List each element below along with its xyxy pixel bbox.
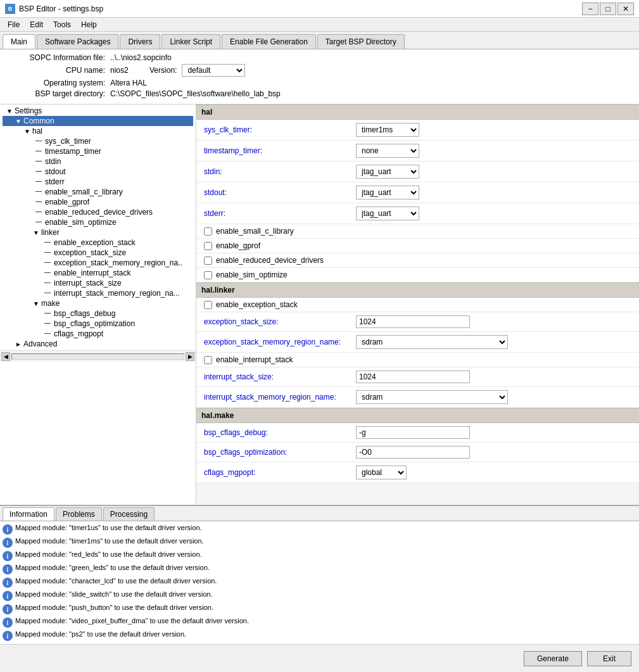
tree-label-make: make bbox=[41, 299, 60, 308]
tree-item-cflags-mgpopt[interactable]: — cflags_mgpopt bbox=[3, 329, 193, 339]
exit-button[interactable]: Exit bbox=[587, 651, 631, 666]
tab-drivers[interactable]: Drivers bbox=[120, 34, 160, 49]
tree-label-sys-clk: sys_clk_timer bbox=[45, 137, 91, 146]
close-button[interactable]: ✕ bbox=[617, 3, 634, 15]
exc-stack-size-input[interactable] bbox=[356, 315, 470, 328]
menu-file[interactable]: File bbox=[3, 19, 25, 30]
tree-item-hal[interactable]: ▼ hal bbox=[3, 126, 193, 136]
tree-item-enable-gprof[interactable]: — enable_gprof bbox=[3, 197, 193, 207]
bottom-tab-processing[interactable]: Processing bbox=[103, 507, 155, 521]
minimize-button[interactable]: − bbox=[582, 3, 598, 15]
menu-edit[interactable]: Edit bbox=[25, 19, 48, 30]
tree-item-timestamp[interactable]: — timestamp_timer bbox=[3, 146, 193, 156]
tree-item-enable-int-stack[interactable]: — enable_interrupt_stack bbox=[3, 268, 193, 278]
tree-item-enable-sim[interactable]: — enable_sim_optimize bbox=[3, 217, 193, 227]
tab-target-bsp-directory[interactable]: Target BSP Directory bbox=[317, 34, 405, 49]
tree-item-bsp-cflags-opt[interactable]: — bsp_cflags_optimization bbox=[3, 319, 193, 329]
tree-item-int-stack-mem[interactable]: — interrupt_stack_memory_region_na... bbox=[3, 288, 193, 298]
title-bar: B BSP Editor - settings.bsp − □ ✕ bbox=[0, 0, 639, 18]
tree-item-settings[interactable]: ▼ Settings bbox=[3, 106, 193, 116]
tree-item-make[interactable]: ▼ make bbox=[3, 298, 193, 308]
bottom-tab-problems[interactable]: Problems bbox=[56, 507, 102, 521]
tree-item-linker[interactable]: ▼ linker bbox=[3, 227, 193, 238]
enable-exception-stack-checkbox[interactable] bbox=[204, 301, 212, 309]
stderr-select[interactable]: jtag_uart bbox=[356, 206, 419, 220]
sys-clk-timer-label: sys_clk_timer: bbox=[204, 125, 356, 134]
log-item: iMapped module: "slide_switch" to use th… bbox=[3, 589, 636, 602]
tree-expand-common[interactable]: ▼ bbox=[14, 117, 23, 125]
tree-scrollbar[interactable]: ◀ ▶ bbox=[0, 350, 196, 362]
enable-gprof-checkbox[interactable] bbox=[204, 242, 212, 250]
int-stack-mem-select[interactable]: sdram bbox=[356, 390, 508, 404]
bsp-cflags-opt-input[interactable] bbox=[356, 446, 470, 459]
tab-main[interactable]: Main bbox=[3, 34, 35, 49]
log-text: Mapped module: "push_button" to use the … bbox=[15, 604, 213, 611]
exc-stack-mem-select[interactable]: sdram bbox=[356, 335, 508, 349]
tree-item-advanced[interactable]: ► Advanced bbox=[3, 339, 193, 349]
tree-expand-linker[interactable]: ▼ bbox=[32, 228, 41, 237]
bsp-cflags-debug-input[interactable] bbox=[356, 426, 470, 439]
tree-item-stdin[interactable]: — stdin bbox=[3, 156, 193, 167]
os-label: Operating system: bbox=[10, 79, 105, 87]
cb-row-enable-small-c: enable_small_c_library bbox=[196, 224, 639, 239]
enable-interrupt-stack-checkbox[interactable] bbox=[204, 356, 212, 364]
generate-button[interactable]: Generate bbox=[524, 651, 582, 666]
tab-enable-file-generation[interactable]: Enable File Generation bbox=[222, 34, 316, 49]
scroll-track[interactable] bbox=[11, 353, 184, 360]
menu-tools[interactable]: Tools bbox=[48, 19, 76, 30]
cpu-value: nios2 bbox=[110, 66, 129, 75]
version-select[interactable]: default bbox=[182, 64, 245, 77]
enable-reduced-label[interactable]: enable_reduced_device_drivers bbox=[216, 256, 324, 265]
tree-label-enable-sim: enable_sim_optimize bbox=[45, 218, 117, 227]
enable-gprof-label[interactable]: enable_gprof bbox=[216, 241, 260, 250]
stdin-select[interactable]: jtag_uart bbox=[356, 165, 419, 179]
tree-expand-advanced[interactable]: ► bbox=[14, 339, 23, 348]
log-text: Mapped module: "slide_switch" to use the… bbox=[15, 590, 213, 598]
stdin-label: stdin: bbox=[204, 167, 356, 176]
prop-bsp-cflags-opt: bsp_cflags_optimization: bbox=[196, 443, 639, 462]
enable-small-c-checkbox[interactable] bbox=[204, 227, 212, 236]
enable-reduced-checkbox[interactable] bbox=[204, 257, 212, 265]
tree-item-int-stack-size[interactable]: — interrupt_stack_size bbox=[3, 278, 193, 288]
tree-expand-settings[interactable]: ▼ bbox=[5, 106, 14, 115]
tree-item-exc-stack-size[interactable]: — exception_stack_size bbox=[3, 248, 193, 258]
enable-small-c-label[interactable]: enable_small_c_library bbox=[216, 227, 294, 236]
log-icon: i bbox=[3, 604, 13, 614]
enable-interrupt-stack-label[interactable]: enable_interrupt_stack bbox=[216, 355, 293, 364]
tree-item-stderr[interactable]: — stderr bbox=[3, 177, 193, 187]
menu-help[interactable]: Help bbox=[76, 19, 102, 30]
tree-label-linker: linker bbox=[41, 228, 60, 237]
maximize-button[interactable]: □ bbox=[600, 3, 616, 15]
tree-item-exc-stack-mem[interactable]: — exception_stack_memory_region_na.. bbox=[3, 258, 193, 268]
prop-stdin: stdin: jtag_uart bbox=[196, 162, 639, 182]
enable-sim-label[interactable]: enable_sim_optimize bbox=[216, 270, 288, 279]
tree-expand-hal[interactable]: ▼ bbox=[23, 127, 32, 136]
tree-expand-make[interactable]: ▼ bbox=[32, 299, 41, 308]
tree-item-enable-exc-stack[interactable]: — enable_exception_stack bbox=[3, 238, 193, 248]
int-stack-size-input[interactable] bbox=[356, 371, 470, 383]
scroll-left-btn[interactable]: ◀ bbox=[1, 352, 10, 361]
scroll-right-btn[interactable]: ▶ bbox=[186, 352, 194, 361]
tree-item-bsp-cflags-debug[interactable]: — bsp_cflags_debug bbox=[3, 308, 193, 319]
int-stack-size-label: interrupt_stack_size: bbox=[204, 372, 356, 381]
bottom-tab-information[interactable]: Information bbox=[3, 507, 54, 521]
tree-item-stdout[interactable]: — stdout bbox=[3, 167, 193, 177]
tab-linker-script[interactable]: Linker Script bbox=[161, 34, 220, 49]
sys-clk-timer-select[interactable]: timer1ms bbox=[356, 123, 419, 137]
tree-item-enable-small-c[interactable]: — enable_small_c_library bbox=[3, 187, 193, 197]
timestamp-timer-select[interactable]: none bbox=[356, 144, 419, 158]
prop-int-stack-mem: interrupt_stack_memory_region_name: sdra… bbox=[196, 387, 639, 408]
log-item: iMapped module: "ps2" to use the default… bbox=[3, 629, 636, 642]
tree-item-enable-reduced[interactable]: — enable_reduced_device_drivers bbox=[3, 207, 193, 217]
cb-row-enable-reduced: enable_reduced_device_drivers bbox=[196, 253, 639, 268]
tree-item-sys-clk-timer[interactable]: — sys_clk_timer bbox=[3, 136, 193, 146]
cflags-mgpopt-select[interactable]: global bbox=[356, 466, 407, 479]
stdout-select[interactable]: jtag_uart bbox=[356, 186, 419, 200]
enable-sim-checkbox[interactable] bbox=[204, 271, 212, 279]
tab-software-packages[interactable]: Software Packages bbox=[37, 34, 118, 49]
enable-exception-stack-label[interactable]: enable_exception_stack bbox=[216, 300, 298, 309]
tree-label-enable-gprof: enable_gprof bbox=[45, 198, 89, 206]
log-content: iMapped module: "timer1us" to use the de… bbox=[0, 521, 639, 644]
log-text: Mapped module: "character_lcd" to use th… bbox=[15, 577, 217, 585]
tree-item-common[interactable]: ▼ Common bbox=[3, 116, 193, 126]
